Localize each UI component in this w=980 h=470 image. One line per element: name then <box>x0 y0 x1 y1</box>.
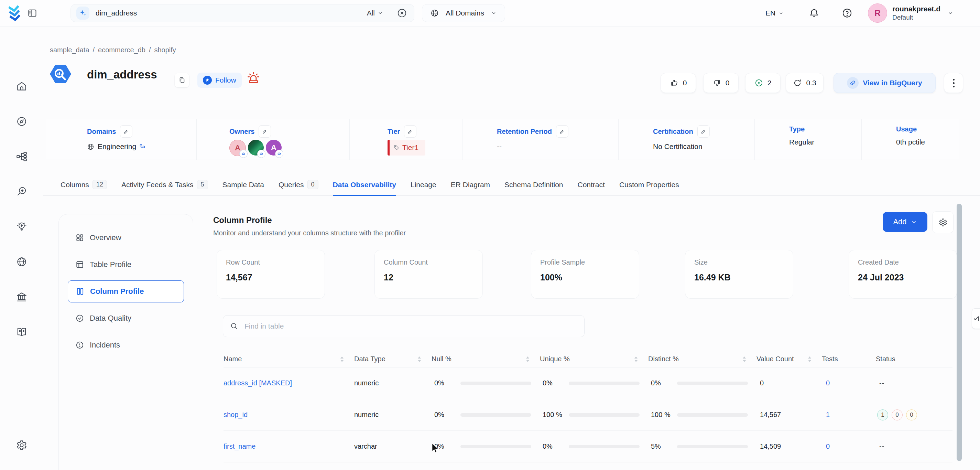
user-avatar[interactable]: R <box>868 3 887 23</box>
section-title: Column Profile <box>213 215 272 225</box>
column-name-link[interactable]: first_name <box>224 443 354 450</box>
settings-gear-icon[interactable] <box>16 440 27 451</box>
govern-bank-icon[interactable] <box>16 291 27 303</box>
tab-schema-definition[interactable]: Schema Definition <box>504 174 563 196</box>
null-pct-cell: 0% <box>431 410 540 419</box>
language-selector[interactable]: EN <box>765 9 784 17</box>
summary-card-created-date: Created Date 24 Jul 2023 <box>849 250 957 299</box>
upvote-button[interactable]: 0 <box>660 73 696 93</box>
profiler-settings-button[interactable] <box>932 211 953 233</box>
panel-resize-handle[interactable] <box>972 308 980 329</box>
edit-retention-button[interactable] <box>556 125 568 138</box>
vertical-scrollbar[interactable] <box>957 204 962 461</box>
null-pct-cell: 0% <box>431 379 540 388</box>
header-unique-pct[interactable]: Unique % <box>540 355 648 363</box>
owner-avatar[interactable]: A <box>229 140 246 156</box>
tab-data-observability[interactable]: Data Observability <box>333 174 396 196</box>
tests-link[interactable]: 0 <box>822 379 876 387</box>
sort-icon[interactable] <box>417 357 421 362</box>
metadata-domains: Domains Engineering <box>46 119 197 160</box>
chevron-down-icon[interactable] <box>947 10 953 16</box>
more-options-button[interactable] <box>944 73 963 93</box>
menu-item-overview[interactable]: Overview <box>68 227 184 249</box>
header-null-pct[interactable]: Null % <box>431 355 540 363</box>
status-failed-badge[interactable]: 0 <box>892 409 903 421</box>
column-name-link[interactable]: address_id [MASKED] <box>224 379 354 387</box>
edit-owners-button[interactable] <box>259 125 271 138</box>
lineage-flow-icon[interactable] <box>16 151 27 163</box>
add-button[interactable]: Add <box>883 212 928 232</box>
tier-badge[interactable]: Tier1 <box>388 140 425 156</box>
global-search-bar[interactable]: All <box>70 4 414 22</box>
summary-card-profile-sample: Profile Sample 100% <box>531 250 639 299</box>
find-in-table-input[interactable] <box>244 322 578 331</box>
distinct-pct-cell: 0% <box>648 379 756 388</box>
tests-link[interactable]: 1 <box>822 411 876 419</box>
domains-filter-dropdown[interactable]: All Domains <box>422 4 505 22</box>
explore-compass-icon[interactable] <box>16 116 27 127</box>
global-search-input[interactable] <box>95 9 361 18</box>
sort-icon[interactable] <box>340 357 344 362</box>
downvote-button[interactable]: 0 <box>703 73 738 93</box>
search-scope-dropdown[interactable]: All <box>367 9 383 17</box>
tab-sample-data[interactable]: Sample Data <box>223 174 264 196</box>
breadcrumb-schema[interactable]: shopify <box>154 46 176 54</box>
owner-initial: A <box>271 143 277 152</box>
tab-lineage[interactable]: Lineage <box>410 174 436 196</box>
domains-value[interactable]: Engineering <box>98 142 136 151</box>
value-count-cell: 14,509 <box>756 443 822 450</box>
score-button[interactable]: 0.3 <box>786 73 824 93</box>
home-icon[interactable] <box>16 81 27 92</box>
app-logo-icon[interactable] <box>6 4 23 22</box>
menu-item-column-profile[interactable]: Column Profile <box>68 280 184 303</box>
status-success-badge[interactable]: 1 <box>877 409 888 421</box>
header-value-count[interactable]: Value Count <box>756 355 822 363</box>
tab-er-diagram[interactable]: ER Diagram <box>451 174 490 196</box>
edit-tier-button[interactable] <box>404 125 417 138</box>
find-in-table-search[interactable] <box>223 315 585 337</box>
tests-link[interactable]: 0 <box>822 443 876 450</box>
menu-item-data-quality[interactable]: Data Quality <box>68 307 184 329</box>
views-button[interactable]: 2 <box>745 73 781 93</box>
breadcrumb-service[interactable]: sample_data <box>50 46 89 54</box>
alert-siren-icon[interactable] <box>246 70 261 84</box>
table-row: first_name varchar 0% 0% 5% 14,509 0 -- <box>224 431 953 462</box>
tab-custom-properties[interactable]: Custom Properties <box>619 174 679 196</box>
edit-domains-button[interactable] <box>120 125 132 138</box>
tab-queries[interactable]: Queries0 <box>278 174 318 196</box>
tab-activity-feeds[interactable]: Activity Feeds & Tasks5 <box>121 174 208 196</box>
sort-icon[interactable] <box>742 357 746 362</box>
header-name[interactable]: Name <box>224 355 354 363</box>
sort-icon[interactable] <box>634 357 638 362</box>
edit-certification-button[interactable] <box>697 125 710 138</box>
menu-item-incidents[interactable]: Incidents <box>68 334 184 356</box>
follow-button[interactable]: Follow <box>197 73 242 88</box>
column-name-link[interactable]: shop_id <box>224 411 354 419</box>
domains-globe-icon[interactable] <box>16 256 27 268</box>
sort-icon[interactable] <box>526 357 530 362</box>
help-icon[interactable] <box>842 8 853 19</box>
sidebar-toggle-icon[interactable] <box>27 8 37 18</box>
view-in-source-button[interactable]: View in BigQuery <box>834 73 935 93</box>
header-data-type[interactable]: Data Type <box>354 355 431 363</box>
sort-icon[interactable] <box>808 357 811 362</box>
owner-avatar[interactable]: A <box>266 140 282 156</box>
observability-icon[interactable] <box>16 186 27 198</box>
user-menu[interactable]: R rounakpreet.d Default <box>868 3 953 23</box>
status-cell: -- <box>876 443 953 450</box>
table-row: address_id [MASKED] numeric 0% 0% 0% 0 0… <box>224 368 953 399</box>
clear-search-icon[interactable] <box>397 8 407 18</box>
notifications-bell-icon[interactable] <box>809 8 819 19</box>
user-avatar-initial: R <box>875 8 881 18</box>
status-cell: 1 0 0 <box>876 409 953 421</box>
status-aborted-badge[interactable]: 0 <box>906 409 917 421</box>
insights-bulb-icon[interactable] <box>16 221 27 233</box>
menu-item-table-profile[interactable]: Table Profile <box>68 253 184 276</box>
tab-contract[interactable]: Contract <box>578 174 605 196</box>
glossary-book-icon[interactable] <box>16 326 27 338</box>
header-distinct-pct[interactable]: Distinct % <box>648 355 756 363</box>
breadcrumb-database[interactable]: ecommerce_db <box>98 46 145 54</box>
copy-name-button[interactable] <box>175 73 189 88</box>
tab-columns[interactable]: Columns12 <box>60 174 107 196</box>
owner-avatar[interactable] <box>248 140 264 156</box>
